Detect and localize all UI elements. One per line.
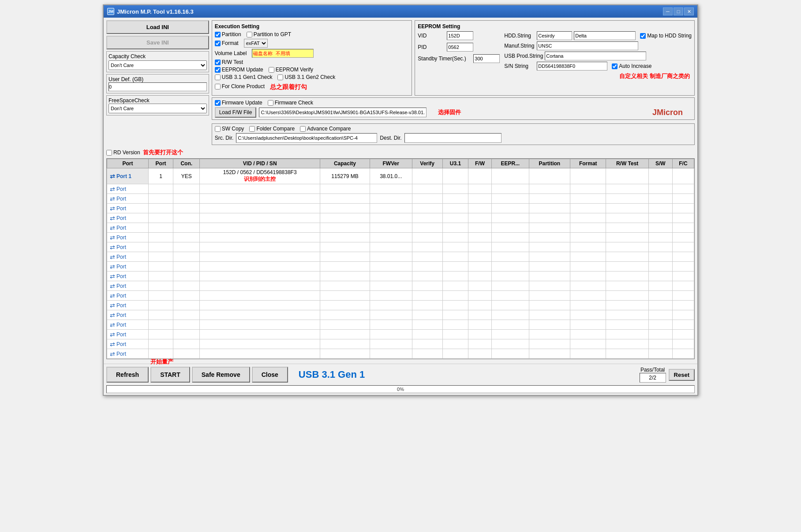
load-ini-button[interactable]: Load INI	[106, 20, 209, 34]
format-checkbox-label[interactable]: Format	[215, 40, 239, 46]
src-dir-input[interactable]	[236, 133, 377, 143]
for-clone-checkbox[interactable]	[215, 84, 221, 89]
sw-row2: Src. Dir. Dest. Dir.	[215, 133, 692, 143]
col-con-header: Port	[149, 159, 173, 168]
rw-test-checkbox-label[interactable]: R/W Test	[215, 59, 243, 65]
load-fw-button[interactable]: Load F/W File	[215, 107, 257, 118]
port-cell-11: ⇄ Port	[107, 291, 149, 301]
for-clone-checkbox-label[interactable]: For Clone Product	[215, 83, 265, 89]
fw-check-label[interactable]: Firmware Check	[268, 100, 313, 106]
table-row: ⇄ Port	[107, 320, 694, 330]
map-to-hdd-label[interactable]: Map to HDD String	[640, 33, 692, 39]
sw-copy-checkbox[interactable]	[215, 126, 221, 132]
eeprom-update-checkbox-label[interactable]: EEPROM Update	[215, 67, 263, 73]
freespace-select[interactable]: Don't Care	[109, 104, 207, 113]
usb-prod-input[interactable]	[545, 52, 646, 60]
map-to-hdd-checkbox[interactable]	[640, 33, 646, 39]
table-row: ⇄ Port	[107, 349, 694, 359]
usb-icon-port1: ⇄	[110, 173, 115, 180]
exec-row-volume: Volume Label	[215, 49, 409, 58]
volume-label-input[interactable]	[252, 49, 314, 58]
partition-checkbox[interactable]	[215, 32, 221, 37]
port1-vidpidsn: 152D / 0562 / DD564198838F3 识别到的主控	[200, 168, 320, 184]
dest-dir-input[interactable]	[404, 133, 502, 143]
port-cell-14: ⇄ Port	[107, 320, 149, 330]
fw-check-checkbox[interactable]	[268, 100, 273, 106]
capacity-check-select[interactable]: Don't Care	[109, 60, 207, 70]
port1-eepr	[492, 168, 529, 184]
exec-row-5: USB 3.1 Gen1 Check USB 3.1 Gen2 Check	[215, 74, 409, 80]
port1-format	[570, 168, 606, 184]
exec-row-3: R/W Test	[215, 59, 409, 65]
exec-row-4: EEPROM Update EEPROM Verify	[215, 67, 409, 73]
pass-total-input[interactable]	[640, 373, 666, 383]
format-checkbox[interactable]	[215, 41, 221, 46]
port1-fwver: 38.01.0...	[370, 168, 412, 184]
folder-compare-label[interactable]: Folder Compare	[249, 126, 295, 132]
eeprom-verify-checkbox-label[interactable]: EEPROM Verify	[269, 67, 313, 73]
port-cell-2: ⇄ Port	[107, 204, 149, 213]
hdd-input2[interactable]	[574, 31, 636, 40]
port1-rwtest	[606, 168, 648, 184]
usb31-gen2-checkbox[interactable]	[277, 74, 283, 80]
table-row: ⇄ Port	[107, 310, 694, 320]
rw-test-checkbox[interactable]	[215, 60, 221, 65]
sw-copy-label[interactable]: SW Copy	[215, 126, 244, 132]
safe-remove-button[interactable]: Safe Remove	[192, 367, 250, 383]
table-row: ⇄ Port	[107, 301, 694, 310]
col-rwtest-header: R/W Test	[606, 159, 648, 168]
auto-increase-checkbox[interactable]	[612, 63, 618, 69]
save-ini-button[interactable]: Save INI	[106, 36, 209, 49]
fw-annotation: 选择固件	[438, 108, 461, 116]
eeprom-update-checkbox[interactable]	[215, 67, 221, 73]
folder-compare-text: Folder Compare	[256, 126, 295, 132]
usb31-gen1-checkbox[interactable]	[215, 74, 221, 80]
port-cell-7: ⇄ Port	[107, 252, 149, 262]
port1-num: 1	[149, 168, 173, 184]
fw-update-checkbox[interactable]	[215, 100, 221, 106]
progress-bar-container: 0%	[106, 385, 695, 393]
fw-path-input[interactable]	[259, 108, 427, 117]
table-row: ⇄ Port	[107, 339, 694, 349]
manuf-input[interactable]	[537, 41, 638, 50]
table-row: ⇄ Port	[107, 272, 694, 281]
usb31-gen2-checkbox-label[interactable]: USB 3.1 Gen2 Check	[277, 74, 335, 80]
hdd-input1[interactable]	[537, 31, 572, 40]
close-button[interactable]: ✕	[684, 7, 694, 15]
port1-group: ⇄ Port 1	[107, 168, 149, 184]
refresh-button[interactable]: Refresh	[106, 367, 149, 383]
partition-checkbox-label[interactable]: Partition	[215, 31, 241, 37]
port1-con: YES	[173, 168, 200, 184]
partition-to-gpt-checkbox-label[interactable]: Partition to GPT	[247, 31, 291, 37]
execution-setting-box: Execution Setting Partition Partition to…	[212, 20, 412, 96]
folder-compare-checkbox[interactable]	[249, 126, 255, 132]
vid-input[interactable]	[447, 31, 473, 40]
auto-increase-label[interactable]: Auto Increase	[612, 63, 651, 69]
usb31-gen1-checkbox-label[interactable]: USB 3.1 Gen1 Check	[215, 74, 273, 80]
rd-version-checkbox[interactable]	[106, 150, 112, 156]
maximize-button[interactable]: □	[674, 7, 683, 15]
table-row: ⇄ Port	[107, 213, 694, 223]
pid-input[interactable]	[447, 43, 473, 52]
format-select[interactable]: exFAT FAT32 NTFS	[244, 39, 268, 48]
standby-input[interactable]	[473, 54, 500, 63]
user-def-input[interactable]	[109, 82, 207, 91]
col-u31-header: U3.1	[442, 159, 468, 168]
advance-compare-label[interactable]: Advance Compare	[300, 126, 351, 132]
advance-compare-checkbox[interactable]	[300, 126, 306, 132]
fw-row1: Firmware Update Firmware Check	[215, 100, 692, 106]
reset-button[interactable]: Reset	[669, 369, 695, 381]
fw-update-label[interactable]: Firmware Update	[215, 100, 262, 106]
start-button[interactable]: START	[150, 367, 190, 383]
minimize-button[interactable]: ─	[663, 7, 673, 15]
eeprom-verify-checkbox[interactable]	[269, 67, 274, 73]
main-window: JM JMicron M.P. Tool v1.16.16.3 ─ □ ✕ Lo…	[103, 4, 698, 396]
rd-version-label[interactable]: RD Version	[106, 149, 140, 156]
sw-copy-text: SW Copy	[222, 126, 244, 132]
manuf-string-row: Manuf.String	[504, 41, 692, 50]
table-row: ⇄ Port	[107, 194, 694, 204]
partition-to-gpt-checkbox[interactable]	[247, 32, 252, 37]
close-window-button[interactable]: Close	[252, 367, 288, 383]
port-cell-15: ⇄ Port	[107, 330, 149, 339]
sn-input[interactable]	[537, 62, 607, 71]
